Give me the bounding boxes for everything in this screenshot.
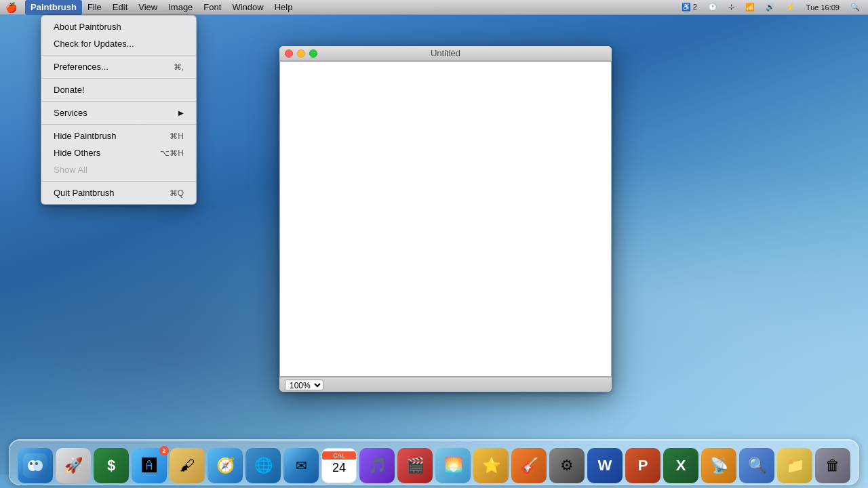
- svg-point-3: [30, 462, 33, 465]
- window-close-button[interactable]: [285, 49, 293, 58]
- window-maximize-button[interactable]: [309, 49, 317, 58]
- zoom-select[interactable]: 25% 50% 75% 100% 200% 400%: [285, 380, 323, 390]
- app-menu-dropdown: About Paintbrush Check for Updates... Pr…: [41, 15, 197, 205]
- dock-icon-sysinfo[interactable]: ⚙: [549, 448, 585, 483]
- window-statusbar: 25% 50% 75% 100% 200% 400%: [279, 377, 612, 392]
- menu-item-donate[interactable]: Donate!: [41, 81, 196, 98]
- dock-icon-powerpoint[interactable]: P: [625, 448, 660, 483]
- quit-label: Quit Paintbrush: [54, 188, 115, 198]
- donate-label: Donate!: [54, 85, 85, 95]
- dock-icon-appstore[interactable]: 🅰 2: [132, 448, 167, 483]
- apple-menu-icon[interactable]: 🍎: [5, 2, 17, 13]
- zoom-control[interactable]: 25% 50% 75% 100% 200% 400%: [285, 380, 323, 390]
- volume-icon: 🔊: [763, 3, 778, 12]
- hide-others-shortcut: ⌥⌘H: [160, 148, 184, 158]
- window-title: Untitled: [431, 48, 460, 58]
- quit-shortcut: ⌘Q: [170, 188, 184, 198]
- separator-2: [41, 78, 196, 79]
- check-updates-label: Check for Updates...: [54, 39, 134, 49]
- spotlight-icon[interactable]: 🔍: [848, 3, 863, 12]
- dock-icon-rss[interactable]: 📡: [701, 448, 736, 483]
- dock-icon-network[interactable]: 🌐: [245, 448, 281, 483]
- separator-1: [41, 55, 196, 56]
- separator-3: [41, 101, 196, 102]
- appstore-badge: 2: [159, 446, 169, 455]
- menubar-item-font[interactable]: Font: [198, 0, 226, 15]
- dock-icon-launchpad[interactable]: 🚀: [56, 448, 91, 483]
- separator-5: [41, 181, 196, 182]
- menubar-item-image[interactable]: Image: [163, 0, 198, 15]
- dock-icon-dvd[interactable]: 🎬: [397, 448, 433, 483]
- preferences-label: Preferences...: [54, 62, 108, 72]
- menubar-item-edit[interactable]: Edit: [107, 0, 133, 15]
- window-minimize-button[interactable]: [297, 49, 305, 58]
- dock-icon-safari[interactable]: 🧭: [208, 448, 243, 483]
- menubar-item-help[interactable]: Help: [269, 0, 298, 15]
- dock-icon-files[interactable]: 📁: [777, 448, 812, 483]
- menu-item-about[interactable]: About Paintbrush: [41, 18, 196, 35]
- battery-charging-icon: ⚡: [783, 3, 798, 12]
- preferences-shortcut: ⌘,: [174, 62, 184, 72]
- dock-icon-itunes[interactable]: 🎵: [359, 448, 395, 483]
- dock-icon-finder[interactable]: [18, 448, 53, 483]
- dock-icon-paintbrush[interactable]: 🖌: [170, 448, 205, 483]
- bluetooth-icon: ⊹: [726, 3, 737, 12]
- about-label: About Paintbrush: [54, 22, 121, 32]
- clock-display: Tue 16:09: [804, 3, 842, 12]
- dock-icon-word[interactable]: W: [587, 448, 623, 483]
- menubar-item-view[interactable]: View: [133, 0, 163, 15]
- show-all-label: Show All: [54, 165, 87, 175]
- accessibility-icon: ♿ 2: [679, 3, 700, 12]
- menu-item-show-all: Show All: [41, 161, 196, 178]
- svg-point-4: [35, 462, 38, 465]
- dock-icon-garageband[interactable]: 🎸: [511, 448, 547, 483]
- menubar-item-file[interactable]: File: [82, 0, 107, 15]
- menubar-item-paintbrush[interactable]: Paintbrush: [25, 0, 82, 15]
- menu-item-preferences[interactable]: Preferences... ⌘,: [41, 58, 196, 75]
- menu-item-services[interactable]: Services ▶: [41, 104, 196, 121]
- menu-item-hide-others[interactable]: Hide Others ⌥⌘H: [41, 144, 196, 161]
- menubar: 🍎 Paintbrush File Edit View Image Font W…: [0, 0, 868, 15]
- hide-paintbrush-shortcut: ⌘H: [170, 131, 184, 141]
- separator-4: [41, 124, 196, 125]
- canvas-area[interactable]: [279, 61, 612, 377]
- wifi-icon: 📶: [743, 3, 757, 12]
- dock-icon-iphoto[interactable]: 🌅: [435, 448, 471, 483]
- services-submenu-arrow: ▶: [178, 109, 184, 117]
- dock-icon-reeder[interactable]: ⭐: [473, 448, 509, 483]
- hide-paintbrush-label: Hide Paintbrush: [54, 131, 117, 141]
- dock-icon-trash[interactable]: 🗑: [815, 448, 850, 483]
- time-machine-icon: 🕐: [705, 3, 720, 12]
- menubar-item-window[interactable]: Window: [226, 0, 269, 15]
- app-window: Untitled 25% 50% 75% 100% 200% 400%: [279, 46, 612, 392]
- menubar-status-area: ♿ 2 🕐 ⊹ 📶 🔊 ⚡ Tue 16:09 🔍: [679, 3, 863, 12]
- hide-others-label: Hide Others: [54, 148, 100, 158]
- dock-icon-calendar[interactable]: CAL 24: [321, 448, 357, 483]
- dock: 🚀 $ 🅰 2 🖌 🧭 🌐 ✉ CAL 24 🎵 🎬 🌅 ⭐: [9, 439, 859, 485]
- dock-icon-moneymoney[interactable]: $: [94, 448, 129, 483]
- menu-item-check-updates[interactable]: Check for Updates...: [41, 35, 196, 52]
- svg-point-2: [33, 460, 43, 471]
- menubar-app-name: Paintbrush: [31, 2, 77, 12]
- menu-item-quit[interactable]: Quit Paintbrush ⌘Q: [41, 184, 196, 201]
- dock-icon-mail[interactable]: ✉: [283, 448, 319, 483]
- window-titlebar: Untitled: [279, 46, 612, 61]
- services-label: Services: [54, 108, 87, 118]
- dock-icon-spotlight[interactable]: 🔍: [739, 448, 774, 483]
- menu-item-hide-paintbrush[interactable]: Hide Paintbrush ⌘H: [41, 127, 196, 144]
- dock-icon-excel[interactable]: X: [663, 448, 698, 483]
